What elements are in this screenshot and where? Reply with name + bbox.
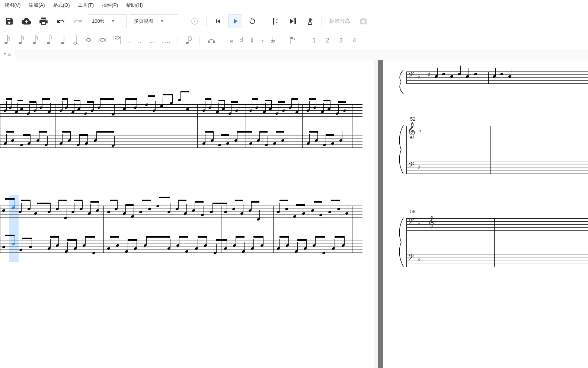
beam: [216, 239, 227, 241]
note-breve-icon[interactable]: [98, 38, 106, 43]
note-stem: [74, 203, 74, 212]
save-icon[interactable]: [2, 14, 16, 28]
redo-icon[interactable]: [71, 14, 85, 28]
score-tab[interactable]: * ×: [0, 49, 15, 60]
beam: [37, 203, 50, 204]
staff-treble[interactable]: 𝄢 ♭ 𝄞: [406, 218, 588, 231]
dot3-icon[interactable]: ...: [148, 36, 155, 45]
flip-stem-icon[interactable]: [289, 35, 297, 46]
rewind-icon[interactable]: [211, 14, 225, 28]
close-icon[interactable]: ×: [8, 51, 11, 58]
natural-icon[interactable]: ♮: [250, 36, 253, 45]
menu-add[interactable]: 添加(A): [29, 2, 45, 9]
flat-icon: ♭: [418, 72, 421, 80]
beam: [338, 101, 346, 103]
svg-point-1: [194, 20, 195, 22]
voice-1-button[interactable]: 1: [311, 37, 317, 44]
menu-tools[interactable]: 工具(T): [78, 2, 94, 9]
play-button[interactable]: [228, 14, 242, 28]
note-stem: [309, 134, 310, 143]
staff-bass[interactable]: [0, 241, 362, 253]
svg-point-4: [277, 19, 278, 20]
note-64th-icon[interactable]: [4, 35, 11, 46]
menu-format[interactable]: 格式(O): [53, 2, 70, 9]
note-stem: [316, 98, 316, 107]
cloud-upload-icon[interactable]: [19, 14, 33, 28]
double-flat-icon[interactable]: 𝄫: [271, 36, 275, 45]
separator: [183, 15, 183, 27]
undo-icon[interactable]: [54, 14, 68, 28]
note-32nd-icon[interactable]: [18, 35, 25, 46]
note-stem: [216, 244, 217, 253]
staff-bass[interactable]: 𝄢 ♭: [406, 254, 588, 267]
metronome-tool-icon[interactable]: [303, 14, 317, 28]
note-quarter-icon[interactable]: [60, 35, 66, 46]
metronome-icon[interactable]: [188, 14, 202, 28]
note-half-icon[interactable]: [73, 35, 79, 46]
repeat-end-icon[interactable]: [286, 14, 300, 28]
dot2-icon[interactable]: ..: [137, 36, 141, 45]
note-stem: [74, 103, 74, 112]
menu-help[interactable]: 帮助(H): [126, 2, 143, 9]
beam: [335, 236, 344, 238]
svg-point-26: [115, 36, 119, 39]
beam: [85, 236, 95, 238]
repeat-start-icon[interactable]: [269, 14, 283, 28]
note-stem: [12, 98, 12, 107]
zoom-dropdown[interactable]: 100% ▼: [88, 14, 127, 28]
view-mode-value: 多页视图: [130, 18, 157, 25]
note-stem: [271, 100, 272, 109]
flat-icon: ♭: [418, 219, 421, 227]
double-sharp-icon[interactable]: 𝄪: [230, 37, 233, 44]
flat-icon[interactable]: ♭: [260, 36, 264, 45]
menu-view[interactable]: 视图(V): [4, 2, 20, 9]
beam: [22, 238, 32, 239]
concert-pitch-button[interactable]: 标准音高: [326, 18, 353, 25]
sharp-icon[interactable]: ♯: [240, 36, 244, 45]
beam: [142, 200, 151, 201]
beam: [195, 201, 204, 203]
voice-4-button[interactable]: 4: [351, 37, 358, 44]
loop-icon[interactable]: [245, 14, 259, 28]
note-stem: [137, 98, 137, 107]
beam: [205, 98, 211, 100]
note-stem: [23, 100, 23, 109]
staff-bass[interactable]: 𝄢 ♭ ♯: [406, 72, 588, 84]
beam: [236, 236, 245, 238]
note-stem: [221, 136, 221, 145]
note-stem: [82, 200, 83, 209]
note-stem: [306, 239, 307, 248]
score-page-right[interactable]: 𝄢 ♭ ♯ 52 𝄞 ♭ 𝄢 ♭ 58: [383, 60, 588, 368]
note-8th-icon[interactable]: [46, 35, 54, 46]
beam: [23, 134, 30, 136]
score-viewport[interactable]: [[10,14],[24,6],[40,18],[54,10],[72,22],…: [0, 60, 588, 368]
voice-3-button[interactable]: 3: [338, 37, 344, 44]
svg-point-11: [19, 42, 22, 44]
note-stem: [227, 203, 227, 212]
flat-icon: ♭: [418, 126, 421, 134]
beam: [221, 134, 229, 136]
staff-bass[interactable]: 𝄢 ♭: [406, 162, 588, 174]
dot-icon[interactable]: .: [128, 36, 130, 45]
view-mode-dropdown[interactable]: 多页视图 ▼: [130, 14, 178, 28]
separator: [264, 15, 264, 27]
tie-icon[interactable]: [207, 36, 216, 45]
dot4-icon[interactable]: ....: [162, 36, 171, 45]
camera-icon[interactable]: [356, 14, 370, 28]
note-input-toolbar: . .. ... .... 𝄪 ♯ ♮ ♭ 𝄫 1 2 3 4: [0, 32, 588, 49]
note-stem: [305, 204, 305, 213]
menu-plugins[interactable]: 插件(P): [102, 2, 118, 9]
note-stem: [460, 66, 461, 74]
rest-icon[interactable]: [185, 35, 193, 46]
voice-2-button[interactable]: 2: [324, 37, 331, 44]
beam: [252, 98, 258, 100]
note-16th-icon[interactable]: [32, 35, 39, 46]
staff-treble[interactable]: [0, 206, 362, 218]
print-icon[interactable]: [36, 14, 51, 28]
note-stem: [5, 201, 5, 210]
note-whole-icon[interactable]: [86, 38, 92, 43]
note-longa-icon[interactable]: [113, 35, 121, 45]
score-page-left[interactable]: [[10,14],[24,6],[40,18],[54,10],[72,22],…: [0, 60, 374, 368]
note-stem: [227, 239, 227, 248]
staff-treble[interactable]: 𝄞 ♭: [406, 126, 588, 139]
